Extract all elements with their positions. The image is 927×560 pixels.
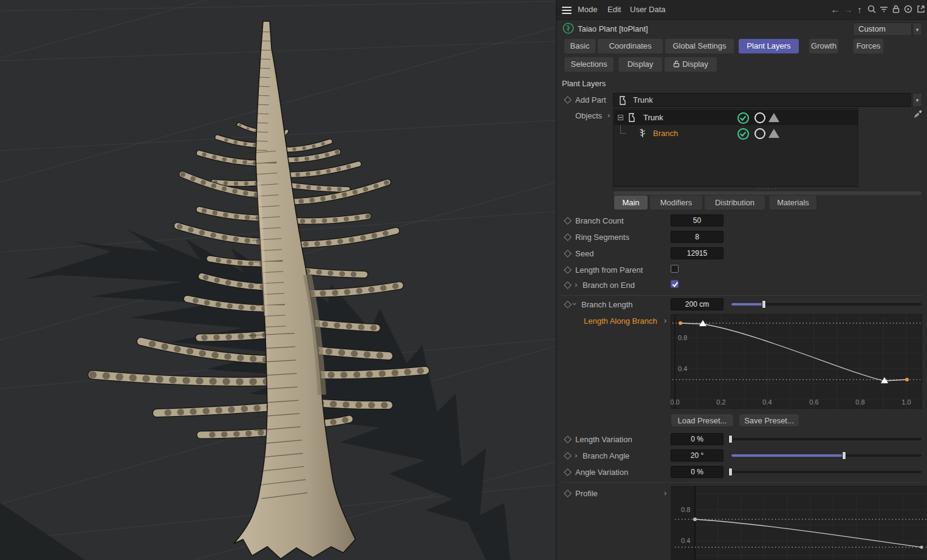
preset-select[interactable]: Custom — [853, 22, 912, 36]
param-diamond-icon — [564, 266, 572, 274]
branch-length-slider[interactable] — [731, 303, 922, 306]
tab-forces[interactable]: Forces — [853, 39, 883, 53]
x-tick-label: 0.6 — [809, 398, 818, 406]
angle-variation-slider-handle[interactable] — [728, 468, 733, 476]
curve-point[interactable] — [679, 321, 682, 325]
up-arrow-icon[interactable]: ↑ — [854, 4, 865, 15]
ring-segments-label: Ring Segments — [575, 233, 629, 242]
length-along-branch-label: Length Along Branch — [584, 316, 657, 326]
profile-curve-editor[interactable]: 0.8 0.4 — [671, 486, 927, 560]
tab-growth[interactable]: Growth — [809, 39, 838, 53]
curve-point[interactable] — [693, 517, 697, 521]
forward-arrow-icon[interactable]: → — [843, 4, 853, 15]
x-tick-label: 0.2 — [716, 398, 725, 406]
length-variation-slider-handle[interactable] — [728, 435, 733, 443]
length-along-branch-curve-editor[interactable]: 0.8 0.4 0.0 0.2 0.4 0.6 0.8 1.0 — [671, 314, 922, 409]
tree-row-branch[interactable]: Branch — [614, 125, 858, 141]
ring-segments-input[interactable] — [671, 231, 723, 243]
tab-display[interactable]: Display — [618, 57, 662, 72]
tree-item-label[interactable]: Branch — [653, 126, 678, 141]
param-diamond-icon — [564, 217, 572, 225]
add-part-dropdown-arrow[interactable]: ▾ — [912, 93, 922, 107]
y-tick-label: 0.8 — [678, 334, 687, 341]
curve-point[interactable] — [920, 546, 923, 549]
open-lock-icon — [673, 58, 680, 72]
plant-logo-icon — [563, 22, 574, 36]
objects-label: Objects — [575, 111, 602, 120]
filter-icon[interactable] — [878, 4, 889, 15]
section-title: Plant Layers — [562, 79, 606, 88]
objects-chevron-icon[interactable]: › — [607, 111, 610, 119]
length-variation-input[interactable] — [671, 433, 723, 445]
tab-display-locked[interactable]: Display — [665, 57, 717, 72]
lock-icon[interactable] — [891, 4, 901, 15]
tab-basic[interactable]: Basic — [564, 39, 595, 53]
tab-coordinates[interactable]: Coordinates — [598, 39, 663, 53]
subtab-main[interactable]: Main — [614, 196, 648, 210]
expand-chevron-icon[interactable]: › — [575, 281, 577, 289]
expand-chevron-icon[interactable]: › — [575, 451, 577, 459]
menu-user-data[interactable]: User Data — [630, 0, 666, 19]
tab-selections[interactable]: Selections — [564, 57, 614, 72]
expand-chevron-icon[interactable]: › — [664, 489, 666, 497]
branch-length-input[interactable] — [671, 298, 723, 310]
y-tick-label: 0.4 — [681, 537, 690, 544]
back-arrow-icon[interactable]: ← — [830, 4, 841, 15]
x-tick-label: 0.8 — [855, 398, 864, 406]
expand-chevron-icon[interactable]: › — [664, 316, 666, 324]
trunk-icon — [618, 95, 627, 108]
render-flag-icon[interactable] — [768, 113, 779, 122]
tree-item-label[interactable]: Trunk — [643, 110, 663, 125]
branch-angle-label: Branch Angle — [583, 451, 629, 460]
popout-icon[interactable] — [915, 4, 926, 15]
length-from-parent-checkbox[interactable] — [671, 265, 679, 273]
trunk-icon — [628, 112, 636, 125]
param-diamond-icon — [564, 96, 572, 104]
angle-variation-slider[interactable] — [731, 471, 922, 473]
branch-count-label: Branch Count — [575, 216, 624, 225]
add-part-dropdown[interactable]: Trunk — [613, 93, 911, 107]
enabled-toggle-icon[interactable] — [737, 112, 749, 124]
viewport-render — [0, 0, 556, 560]
seed-input[interactable] — [671, 247, 723, 259]
branch-angle-slider-handle[interactable] — [842, 451, 846, 460]
collapse-box-icon[interactable] — [618, 115, 623, 120]
hamburger-menu-icon[interactable] — [562, 5, 572, 16]
branch-count-input[interactable] — [671, 214, 723, 227]
tree-indent-line — [620, 133, 626, 134]
branch-angle-input[interactable] — [671, 449, 723, 462]
subtab-distribution[interactable]: Distribution — [705, 196, 765, 210]
tree-row-trunk[interactable]: Trunk — [614, 110, 858, 125]
length-variation-slider[interactable] — [731, 438, 922, 440]
viewport-3d[interactable] — [0, 0, 556, 560]
tab-plant-layers[interactable]: Plant Layers — [739, 39, 799, 53]
branch-on-end-checkbox[interactable] — [671, 280, 679, 288]
horizontal-scrollbar[interactable] — [614, 191, 922, 195]
enabled-toggle-icon[interactable] — [737, 128, 749, 140]
length-from-parent-label: Length from Parent — [575, 265, 643, 275]
menu-edit[interactable]: Edit — [607, 0, 621, 19]
branch-angle-slider[interactable] — [731, 454, 922, 457]
search-icon[interactable] — [866, 4, 877, 15]
subtab-modifiers[interactable]: Modifiers — [650, 196, 702, 210]
objects-tree[interactable]: Trunk Branch — [613, 108, 858, 187]
param-diamond-icon — [564, 233, 572, 241]
menu-mode[interactable]: Mode — [578, 0, 598, 19]
object-title: Taiao Plant [toPlant] — [578, 22, 648, 36]
load-preset-button[interactable]: Load Preset... — [671, 414, 734, 427]
curve-point[interactable] — [905, 378, 909, 381]
preset-select-arrow[interactable]: ▾ — [912, 22, 922, 36]
subtab-materials[interactable]: Materials — [770, 196, 816, 210]
render-flag-icon[interactable] — [768, 129, 779, 138]
tab-global-settings[interactable]: Global Settings — [665, 39, 734, 53]
save-preset-button[interactable]: Save Preset... — [739, 414, 799, 427]
eyedropper-icon[interactable] — [913, 109, 923, 121]
y-tick-label: 0.8 — [681, 506, 690, 513]
collapse-chevron-icon[interactable]: › — [571, 302, 579, 305]
branch-length-slider-handle[interactable] — [762, 300, 766, 309]
visibility-toggle-icon[interactable] — [754, 112, 765, 123]
visibility-toggle-icon[interactable] — [754, 128, 765, 139]
length-variation-label: Length Variation — [575, 435, 632, 444]
angle-variation-input[interactable] — [671, 466, 723, 478]
target-icon[interactable] — [903, 4, 914, 15]
